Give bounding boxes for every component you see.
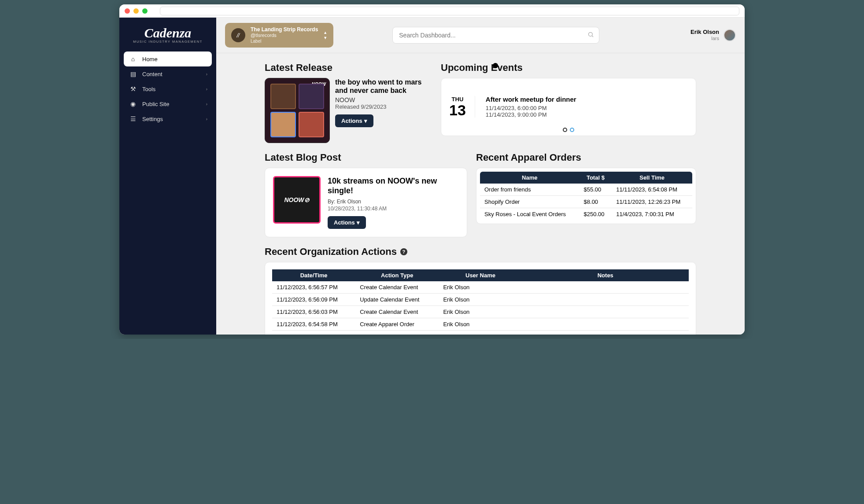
section-title: Recent Organization Actions [265, 246, 397, 258]
section-title: Latest Release [265, 62, 432, 74]
table-row[interactable]: 11/12/2023, 6:54:58 PMCreate Apparel Ord… [272, 318, 689, 330]
cell-datetime: 11/12/2023, 6:56:57 PM [272, 281, 355, 294]
cell-name: Order from friends [480, 184, 580, 196]
chevron-updown-icon: ▲▼ [323, 30, 327, 40]
sidebar-item-content[interactable]: ▤ Content › [124, 66, 212, 81]
cell-user: Erik Olson [439, 305, 522, 318]
cell-time: 11/4/2023, 7:00:31 PM [612, 208, 692, 220]
cell-datetime: 11/12/2023, 6:54:58 PM [272, 318, 355, 330]
org-selector[interactable]: ⫽ The Landing Strip Records @tlsrecords … [225, 23, 333, 48]
logo: Cadenza MUSIC INDUSTRY MANAGEMENT [124, 23, 212, 52]
brand-tagline: MUSIC INDUSTRY MANAGEMENT [124, 40, 212, 44]
upcoming-events-section: Upcoming Events THU 13 After work meetup… [441, 62, 696, 143]
cell-type: Update Calendar Event [355, 293, 439, 305]
col-action-type: Action Type [355, 269, 439, 281]
sidebar-item-public-site[interactable]: ◉ Public Site › [124, 96, 212, 111]
caret-down-icon: ▾ [364, 118, 367, 124]
user-handle: lars [690, 36, 719, 41]
event-card: THU 13 After work meetup for dinner 11/1… [441, 78, 696, 136]
release-date: Released 9/29/2023 [335, 103, 432, 110]
search-wrap [392, 27, 599, 44]
section-title: Upcoming Events [441, 62, 696, 74]
cell-type: Create Calendar Event [355, 305, 439, 318]
org-avatar-icon: ⫽ [231, 28, 245, 42]
search-input[interactable] [392, 27, 599, 44]
release-actions-button[interactable]: Actions ▾ [335, 114, 373, 127]
cell-total: $8.00 [580, 195, 612, 208]
col-total: Total $ [580, 172, 612, 184]
table-row[interactable]: 11/12/2023, 6:56:57 PMCreate Calendar Ev… [272, 281, 689, 294]
cell-type: Create Apparel Order [355, 318, 439, 330]
event-day-num: 13 [449, 103, 466, 118]
cell-name: Shopify Order [480, 195, 580, 208]
chevron-right-icon: › [206, 102, 207, 107]
app-window: Cadenza MUSIC INDUSTRY MANAGEMENT ⌂ Home… [119, 4, 745, 335]
latest-blog-section: Latest Blog Post NOOW⊘ 10k streams on NO… [265, 152, 467, 237]
sidebar-item-tools[interactable]: ⚒ Tools › [124, 81, 212, 96]
cell-notes [522, 305, 689, 318]
section-title: Latest Blog Post [265, 152, 467, 163]
table-row[interactable]: Sky Roses - Local Event Orders$250.0011/… [480, 208, 692, 220]
search-icon [587, 31, 594, 39]
release-card: the boy who went to mars and never came … [265, 78, 432, 143]
cell-notes [522, 293, 689, 305]
actions-table: Date/Time Action Type User Name Notes 11… [272, 269, 689, 335]
table-row[interactable]: 11/12/2023, 6:54:30 PMCreate Apparel Ord… [272, 330, 689, 335]
blog-thumbnail: NOOW⊘ [273, 176, 321, 224]
cell-user: Erik Olson [439, 318, 522, 330]
cell-total: $250.00 [580, 208, 612, 220]
cell-type: Create Calendar Event [355, 281, 439, 294]
cell-name: Sky Roses - Local Event Orders [480, 208, 580, 220]
app-body: Cadenza MUSIC INDUSTRY MANAGEMENT ⌂ Home… [119, 18, 745, 335]
apparel-orders-section: Recent Apparel Orders Name Total $ Sell … [476, 152, 696, 237]
event-start: 11/14/2023, 6:00:00 PM [486, 105, 688, 111]
table-row[interactable]: 11/12/2023, 6:56:09 PMUpdate Calendar Ev… [272, 293, 689, 305]
table-row[interactable]: Shopify Order$8.0011/11/2023, 12:26:23 P… [480, 195, 692, 208]
section-title: Recent Apparel Orders [476, 152, 696, 163]
maximize-window-icon[interactable] [142, 8, 148, 14]
svg-line-1 [592, 36, 594, 37]
col-user: User Name [439, 269, 522, 281]
sidebar-item-label: Public Site [142, 101, 169, 107]
minimize-window-icon[interactable] [133, 8, 139, 14]
release-info: the boy who went to mars and never came … [335, 78, 432, 143]
carousel-dot-icon[interactable] [493, 63, 498, 68]
table-row[interactable]: Order from friends$55.0011/11/2023, 6:54… [480, 184, 692, 196]
url-bar[interactable] [160, 7, 739, 15]
table-row[interactable]: 11/12/2023, 6:56:03 PMCreate Calendar Ev… [272, 305, 689, 318]
org-type: Label [251, 39, 318, 44]
latest-release-section: Latest Release the boy who went to mars … [265, 62, 432, 143]
help-icon[interactable]: ? [400, 248, 407, 255]
carousel-dot[interactable] [570, 128, 574, 132]
sidebar: Cadenza MUSIC INDUSTRY MANAGEMENT ⌂ Home… [119, 18, 216, 335]
cell-datetime: 11/12/2023, 6:56:09 PM [272, 293, 355, 305]
close-window-icon[interactable] [125, 8, 130, 14]
cell-user: Erik Olson [439, 330, 522, 335]
event-end: 11/14/2023, 9:00:00 PM [486, 111, 688, 118]
event-title: After work meetup for dinner [486, 96, 688, 103]
sidebar-item-label: Tools [142, 86, 155, 92]
blog-actions-button[interactable]: Actions ▾ [328, 216, 366, 229]
chevron-right-icon: › [206, 87, 207, 92]
cell-user: Erik Olson [439, 281, 522, 294]
button-label: Actions [341, 118, 362, 124]
col-datetime: Date/Time [272, 269, 355, 281]
blog-card: NOOW⊘ 10k streams on NOOW's new single! … [265, 168, 467, 237]
cell-notes [522, 281, 689, 294]
event-details: After work meetup for dinner 11/14/2023,… [486, 96, 688, 118]
topbar: ⫽ The Landing Strip Records @tlsrecords … [216, 18, 745, 53]
sidebar-item-home[interactable]: ⌂ Home [124, 52, 212, 66]
album-art [265, 78, 330, 143]
orders-table: Name Total $ Sell Time Order from friend… [480, 172, 692, 220]
event-date: THU 13 [449, 96, 475, 118]
blog-info: 10k streams on NOOW's new single! By: Er… [328, 176, 459, 229]
user-menu[interactable]: Erik Olson lars [690, 29, 736, 41]
cell-time: 11/11/2023, 6:54:08 PM [612, 184, 692, 196]
chevron-right-icon: › [206, 117, 207, 121]
carousel-dot[interactable] [563, 128, 567, 132]
settings-icon: ☰ [129, 115, 137, 123]
tools-icon: ⚒ [129, 85, 137, 93]
org-name: The Landing Strip Records [251, 26, 318, 33]
button-label: Actions [334, 219, 355, 226]
sidebar-item-settings[interactable]: ☰ Settings › [124, 111, 212, 126]
